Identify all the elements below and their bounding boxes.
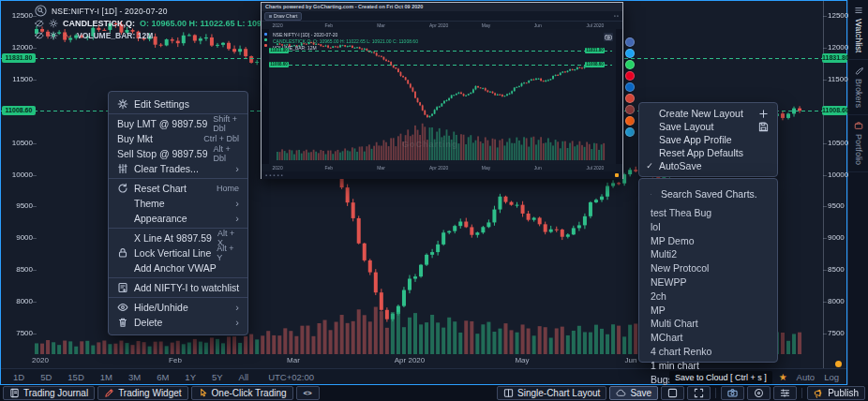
- tool-dot: [264, 33, 267, 36]
- context-menu-item-sell-stop-9897-59[interactable]: Sell Stop @ 9897.59Alt + Dbl: [109, 146, 247, 161]
- context-menu-item-edit-settings[interactable]: Edit Settings: [109, 97, 247, 111]
- range-button-1m[interactable]: 1M: [94, 372, 119, 382]
- layout-menu-item-save-layout[interactable]: Save Layout: [639, 120, 777, 133]
- context-menu-item-theme[interactable]: Theme›: [109, 196, 247, 211]
- sidebar-tab-brokers[interactable]: Brokers: [848, 60, 868, 115]
- chart-share-preview-window[interactable]: Charts powered by GoCharting.com - Creat…: [261, 2, 623, 179]
- context-menu-item-add-nifty-i-to-watchlist[interactable]: Add NIFTY-I to watchlist: [109, 280, 247, 295]
- range-button-3m[interactable]: 3M: [122, 372, 147, 382]
- preview-window-buttons[interactable]: ▫▫: [614, 13, 620, 19]
- context-menu-item-clear-trades[interactable]: Clear Trades...›: [109, 161, 247, 176]
- saved-chart-multi2[interactable]: Multi2: [639, 247, 777, 261]
- portfolio-icon: [854, 121, 863, 130]
- camera-button[interactable]: [721, 386, 744, 400]
- submenu-chevron-icon: ›: [235, 303, 239, 312]
- saved-chart-lol[interactable]: lol: [639, 220, 777, 234]
- price-tick-left: 10500: [3, 139, 33, 147]
- saved-chart-multi-chart[interactable]: Multi Chart: [639, 317, 777, 331]
- share-email-icon[interactable]: [625, 105, 635, 114]
- saved-chart-4-chart-renko[interactable]: 4 chart Renko: [639, 345, 777, 359]
- share-whatsapp-icon[interactable]: [625, 60, 635, 69]
- submenu-chevron-icon: ›: [235, 164, 239, 173]
- menu-item-label: X Line At 9897.59: [134, 232, 212, 244]
- menu-item-label: Theme: [134, 198, 230, 209]
- saved-chart-mp-demo[interactable]: MP Demo: [639, 234, 777, 248]
- range-button-5d[interactable]: 5D: [34, 372, 58, 382]
- share-reddit-icon[interactable]: [625, 116, 635, 126]
- range-button-all[interactable]: All: [232, 372, 256, 382]
- menu-item-label: Edit Settings: [134, 98, 239, 110]
- context-menu-item-hide-unhide[interactable]: Hide/Unhide›: [109, 300, 247, 315]
- timezone-label[interactable]: UTC+02:00: [268, 372, 314, 382]
- range-button-1d[interactable]: 1D: [7, 372, 31, 382]
- share-telegram-icon[interactable]: [625, 127, 635, 137]
- context-menu-item-add-anchor-vwap[interactable]: Add Anchor VWAP: [109, 260, 247, 275]
- single-chart-layout-button[interactable]: Single-Chart Layout: [497, 386, 606, 400]
- layout-menu-item-autosave[interactable]: ✓AutoSave: [639, 159, 777, 172]
- saved-chart-newpp[interactable]: NEWPP: [639, 275, 777, 290]
- range-button-5y[interactable]: 5Y: [205, 372, 230, 382]
- symbol-search-icon[interactable]: [35, 5, 47, 17]
- sidebar-tab-watchlist[interactable]: Watchlist: [848, 0, 868, 60]
- share-pinterest-icon[interactable]: [625, 71, 635, 81]
- symbol-title[interactable]: NSE:NIFTY-I [1D] - 2020-07-20: [52, 7, 168, 16]
- one-click-trading-button[interactable]: One-Click Trading: [191, 386, 293, 400]
- context-menu-item-reset-chart[interactable]: Reset ChartHome: [109, 181, 247, 196]
- sliders2-button[interactable]: [773, 386, 797, 400]
- saved-chart-2ch[interactable]: 2ch: [639, 290, 777, 304]
- hide-volume-icon[interactable]: [35, 31, 44, 40]
- target-button[interactable]: [747, 386, 771, 400]
- volume-settings-gear-icon[interactable]: [49, 31, 58, 40]
- context-menu-item-delete[interactable]: Delete›: [109, 315, 247, 330]
- checkbox-button[interactable]: [661, 386, 684, 400]
- gocharting-app: NSE:NIFTY-I [1D] - 2020-07-20 CANDLESTIC…: [0, 0, 868, 401]
- layout-icon: [503, 388, 514, 398]
- sidebar-tab-label: Brokers: [854, 79, 863, 108]
- trading-journal-button[interactable]: Trading Journal: [3, 386, 95, 400]
- preview-time-tick: Mar: [377, 22, 385, 28]
- layout-menu-item-create-new-layout[interactable]: Create New Layout: [639, 107, 777, 120]
- button-label: Trading Widget: [118, 388, 181, 398]
- time-tick-apr-2020: Apr 2020: [395, 356, 425, 364]
- social-share-column: [625, 37, 635, 137]
- preview-tab[interactable]: Draw Chart: [264, 12, 302, 21]
- saved-chart-new-protocol[interactable]: New Protocol: [639, 261, 777, 275]
- study-settings-gear-icon[interactable]: [49, 19, 58, 28]
- cloud-icon: [616, 388, 626, 398]
- context-menu-item-buy-lmt-9897-59[interactable]: Buy LMT @ 9897.59Shift + Dbl: [109, 116, 247, 131]
- layout-menu-item-save-app-profile[interactable]: Save App Profile: [639, 133, 777, 146]
- share-gmail-icon[interactable]: [625, 94, 635, 103]
- share-twitter-icon[interactable]: [625, 49, 635, 58]
- brokers-icon: [854, 66, 863, 75]
- hide-study-icon[interactable]: [35, 19, 44, 28]
- menu-item-label: Appearance: [134, 213, 230, 224]
- preview-snapshot-icon[interactable]: [604, 33, 613, 41]
- save-button[interactable]: Save: [609, 386, 658, 400]
- share-facebook-icon[interactable]: [625, 37, 635, 47]
- share-linkedin-icon[interactable]: [625, 82, 635, 92]
- search-input[interactable]: [659, 187, 766, 200]
- expand-button[interactable]: [687, 386, 711, 400]
- layout-menu-item-reset-app-defaults[interactable]: Reset App Defaults: [639, 146, 777, 159]
- trading-widget-button[interactable]: Trading Widget: [97, 386, 187, 400]
- context-menu-item-lock-vertical-line[interactable]: Lock Vertical LineAlt + Y: [109, 245, 247, 260]
- favorite-star-icon[interactable]: ★: [779, 372, 787, 382]
- code-button[interactable]: <>: [296, 386, 320, 400]
- price-tick-right: 12000: [828, 43, 848, 52]
- range-button-1y[interactable]: 1Y: [178, 372, 202, 382]
- saved-chart-mp[interactable]: MP: [639, 304, 777, 318]
- pointer-icon: [198, 388, 208, 398]
- saved-chart-test-thea-bug[interactable]: test Thea Bug: [639, 206, 777, 220]
- range-button-6m[interactable]: 6M: [150, 372, 175, 382]
- saved-chart-mchart[interactable]: MChart: [639, 331, 777, 345]
- log-scale-toggle[interactable]: Log: [824, 372, 839, 382]
- menu-item-shortcut: Ctrl + Dbl: [203, 134, 239, 143]
- saved-charts-search[interactable]: [639, 181, 777, 206]
- context-menu-item-appearance[interactable]: Appearance›: [109, 211, 247, 226]
- publish-button[interactable]: Publish: [807, 386, 865, 400]
- menu-item-label: Delete: [134, 317, 230, 328]
- range-button-15d[interactable]: 15D: [61, 372, 90, 382]
- volume-wave-icon: [63, 31, 72, 40]
- sidebar-tab-portfolio[interactable]: Portfolio: [848, 115, 868, 172]
- auto-scale-toggle[interactable]: Auto: [797, 372, 816, 382]
